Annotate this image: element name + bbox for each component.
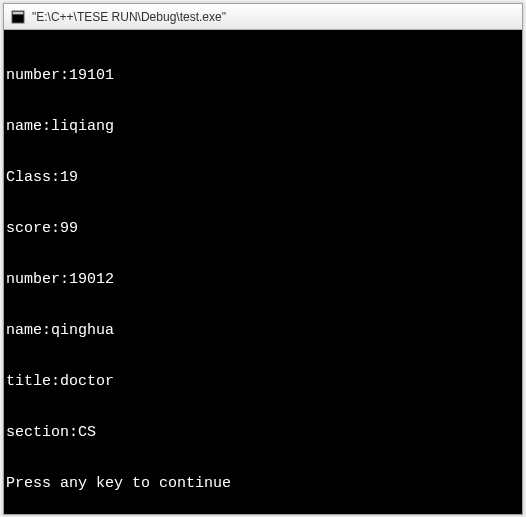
output-line: number:19012 [6, 271, 520, 288]
output-line: number:19101 [6, 67, 520, 84]
app-icon [10, 9, 26, 25]
window-title: "E:\C++\TESE RUN\Debug\test.exe" [32, 10, 226, 24]
output-line: name:qinghua [6, 322, 520, 339]
output-line: Press any key to continue [6, 475, 520, 492]
svg-rect-1 [13, 11, 24, 14]
output-line: name:liqiang [6, 118, 520, 135]
console-window: "E:\C++\TESE RUN\Debug\test.exe" number:… [3, 3, 523, 515]
titlebar[interactable]: "E:\C++\TESE RUN\Debug\test.exe" [4, 4, 522, 30]
output-line: section:CS [6, 424, 520, 441]
console-output[interactable]: number:19101 name:liqiang Class:19 score… [4, 30, 522, 514]
output-line: title:doctor [6, 373, 520, 390]
output-line: Class:19 [6, 169, 520, 186]
output-line: score:99 [6, 220, 520, 237]
